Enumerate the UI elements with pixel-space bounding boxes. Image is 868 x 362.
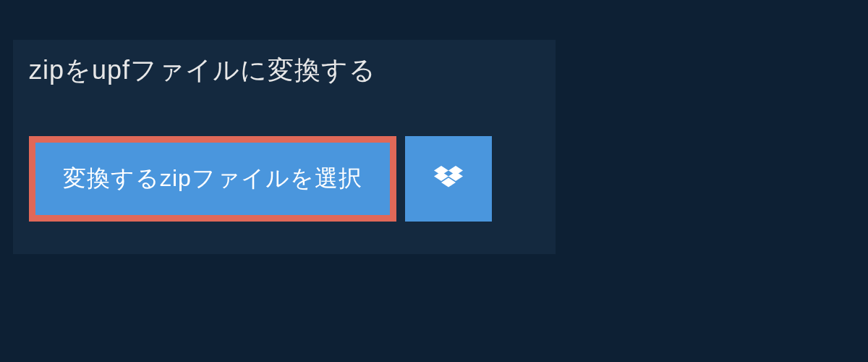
- dropbox-button[interactable]: [405, 136, 492, 222]
- header: zipをupfファイルに変換する: [13, 40, 392, 101]
- select-file-button[interactable]: 変換するzipファイルを選択: [29, 136, 396, 222]
- converter-panel: zipをupfファイルに変換する 変換するzipファイルを選択: [13, 40, 556, 254]
- dropbox-icon: [434, 166, 463, 192]
- page-title: zipをupfファイルに変換する: [29, 53, 376, 88]
- button-row: 変換するzipファイルを選択: [29, 136, 556, 222]
- select-file-label: 変換するzipファイルを選択: [63, 163, 362, 195]
